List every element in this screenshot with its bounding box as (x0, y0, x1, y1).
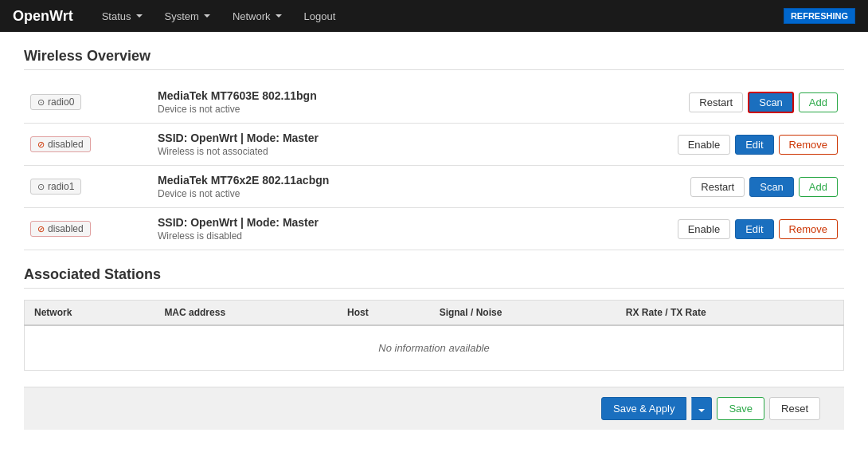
nav-item-status[interactable]: Status (92, 4, 152, 29)
table-row: ⊙ radio0 MediaTek MT7603E 802.11bgn Devi… (24, 81, 844, 124)
stations-header-row: Network MAC address Host Signal / Noise … (25, 301, 844, 326)
radio0-scan-button[interactable]: Scan (748, 92, 794, 113)
radio0-device-status: Device is not active (158, 104, 663, 115)
system-caret-icon (204, 14, 210, 18)
footer-bar: Save & Apply Save Reset (24, 387, 844, 430)
radio1-restart-button[interactable]: Restart (690, 177, 745, 197)
radio1-enable-button[interactable]: Enable (678, 219, 730, 239)
wifi-icon: ⊙ (37, 97, 45, 108)
radio0-iface-name: SSID: OpenWrt | Mode: Master (158, 132, 663, 144)
disabled-icon: ⊘ (37, 224, 45, 234)
radio0-device-name: MediaTek MT7603E 802.11bgn (158, 89, 663, 102)
col-signal: Signal / Noise (430, 301, 616, 326)
radio1-scan-button[interactable]: Scan (749, 177, 794, 197)
refreshing-badge: REFRESHING (784, 8, 855, 24)
radio1-add-button[interactable]: Add (799, 177, 838, 197)
radio1-iface-name: SSID: OpenWrt | Mode: Master (158, 216, 663, 229)
nav-item-system[interactable]: System (155, 4, 220, 29)
nav-item-logout[interactable]: Logout (295, 4, 346, 29)
stations-empty-message: No information available (25, 325, 844, 371)
save-button[interactable]: Save (717, 397, 764, 420)
radio1-device-status: Device is not active (158, 188, 663, 199)
radio0-restart-button[interactable]: Restart (689, 92, 743, 112)
radio1-iface-actions: Enable Edit Remove (675, 219, 838, 239)
associated-stations-title: Associated Stations (24, 266, 844, 289)
caret-down-icon (698, 409, 705, 412)
radio0-edit-button[interactable]: Edit (735, 135, 773, 155)
radio1-actions: Restart Scan Add (675, 177, 838, 197)
wireless-table: ⊙ radio0 MediaTek MT7603E 802.11bgn Devi… (24, 81, 844, 250)
radio0-add-button[interactable]: Add (799, 92, 838, 112)
nav-item-network[interactable]: Network (223, 4, 291, 29)
table-row: ⊙ radio1 MediaTek MT76x2E 802.11acbgn De… (24, 166, 844, 208)
col-host: Host (338, 301, 430, 326)
radio0-enable-button[interactable]: Enable (678, 135, 730, 155)
table-row: ⊘ disabled SSID: OpenWrt | Mode: Master … (24, 124, 844, 166)
status-caret-icon (136, 14, 143, 18)
save-apply-dropdown-button[interactable] (691, 397, 712, 420)
col-rate: RX Rate / TX Rate (616, 301, 844, 326)
brand: OpenWrt (13, 8, 73, 25)
radio0-actions: Restart Scan Add (675, 92, 838, 113)
radio1-iface-badge: ⊘ disabled (30, 221, 91, 237)
radio1-edit-button[interactable]: Edit (735, 219, 773, 239)
col-mac: MAC address (154, 301, 338, 326)
associated-stations-section: Associated Stations Network MAC address … (24, 266, 844, 371)
radio1-iface-status: Wireless is disabled (158, 230, 663, 242)
radio0-iface-badge: ⊘ disabled (30, 136, 91, 152)
nav-menu: Status System Network Logout (92, 4, 784, 29)
col-network: Network (25, 301, 155, 326)
radio1-badge: ⊙ radio1 (30, 179, 81, 195)
stations-empty-row: No information available (25, 325, 844, 371)
radio0-iface-status: Wireless is not associated (158, 146, 663, 157)
disabled-icon: ⊘ (37, 140, 45, 150)
stations-table: Network MAC address Host Signal / Noise … (24, 300, 844, 371)
wifi-icon: ⊙ (37, 182, 45, 192)
radio0-badge: ⊙ radio0 (30, 94, 81, 110)
save-apply-button[interactable]: Save & Apply (601, 397, 686, 420)
navbar: OpenWrt Status System Network Logout REF… (0, 0, 868, 32)
main-content: Wireless Overview ⊙ radio0 MediaTek MT76… (0, 32, 868, 456)
network-caret-icon (276, 14, 282, 18)
radio1-remove-button[interactable]: Remove (779, 219, 838, 239)
wireless-overview-title: Wireless Overview (24, 48, 844, 70)
radio1-device-name: MediaTek MT76x2E 802.11acbgn (158, 174, 663, 187)
reset-button[interactable]: Reset (769, 397, 820, 420)
radio0-iface-actions: Enable Edit Remove (675, 135, 838, 155)
radio0-remove-button[interactable]: Remove (779, 135, 838, 155)
wireless-overview-section: Wireless Overview ⊙ radio0 MediaTek MT76… (24, 48, 844, 250)
table-row: ⊘ disabled SSID: OpenWrt | Mode: Master … (24, 208, 844, 250)
